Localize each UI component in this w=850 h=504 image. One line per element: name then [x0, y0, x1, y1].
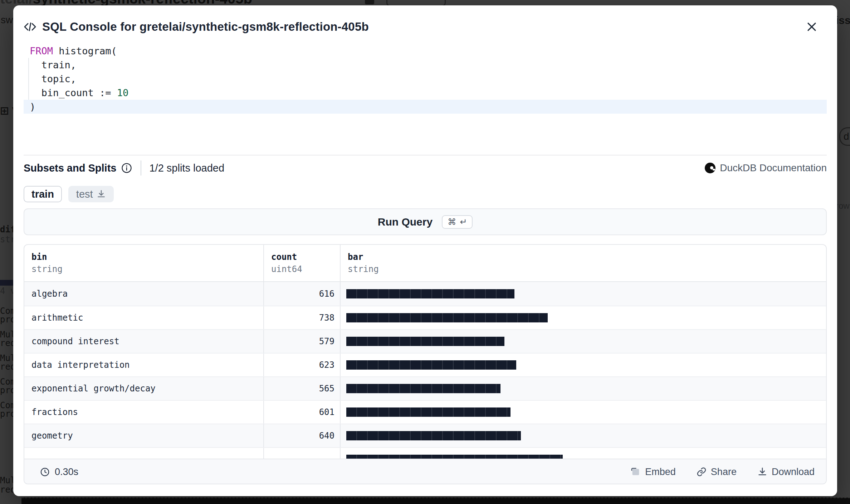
- modal-title: SQL Console for gretelai/synthetic-gsm8k…: [42, 20, 369, 34]
- keyboard-shortcut-badge: ⌘↵: [442, 215, 473, 229]
- vertical-separator: [141, 160, 141, 176]
- column-name: bin: [31, 252, 263, 262]
- share-button[interactable]: Share: [694, 466, 739, 478]
- bar-cell: [340, 424, 826, 447]
- count-cell: [263, 448, 340, 459]
- section-divider: [24, 155, 827, 155]
- splits-heading: Subsets and Splits: [24, 162, 116, 174]
- histogram-bar: [346, 337, 504, 346]
- histogram-bar: [346, 455, 563, 459]
- screen: gretelai/synthetic-gsm8k-reflection-405b…: [0, 0, 850, 504]
- table-row: geometry640: [24, 424, 826, 447]
- code-icon: [24, 21, 36, 32]
- table-row: algebra616: [24, 282, 826, 306]
- table-row: compound interest579: [24, 329, 826, 353]
- sql-console-modal: SQL Console for gretelai/synthetic-gsm8k…: [13, 5, 837, 496]
- download-icon: [97, 189, 106, 199]
- column-type: string: [348, 264, 826, 274]
- duckdb-doc-link[interactable]: DuckDB Documentation: [705, 162, 827, 174]
- bin-cell: [24, 448, 263, 459]
- embed-icon: [631, 467, 641, 477]
- code-line[interactable]: ): [24, 100, 827, 114]
- column-header-bin: binstring: [24, 245, 263, 281]
- histogram-bar: [346, 313, 548, 322]
- histogram-bar: [346, 384, 500, 393]
- bar-cell: [340, 282, 826, 306]
- table-header: binstringcountuint64barstring: [24, 245, 826, 282]
- code-line[interactable]: FROM histogram(: [24, 44, 827, 58]
- run-query-label: Run Query: [378, 216, 433, 228]
- bin-cell: compound interest: [24, 330, 263, 353]
- run-query-button[interactable]: Run Query ⌘↵: [24, 208, 827, 235]
- close-icon[interactable]: [803, 18, 820, 35]
- code-line[interactable]: topic,: [24, 72, 827, 86]
- bar-cell: [340, 306, 826, 329]
- duration-label: 0.30s: [55, 466, 78, 478]
- table-row-partial: [24, 447, 826, 459]
- count-cell: 579: [263, 330, 340, 353]
- histogram-bar: [346, 431, 521, 440]
- duckdb-logo-icon: [705, 163, 715, 173]
- bar-cell: [340, 401, 826, 424]
- bar-cell: [340, 330, 826, 353]
- code-line[interactable]: bin_count := 10: [24, 86, 827, 100]
- code-line[interactable]: train,: [24, 58, 827, 72]
- action-label: Embed: [645, 466, 676, 478]
- download-button[interactable]: Download: [755, 466, 817, 478]
- histogram-bar: [346, 360, 516, 370]
- table-row: fractions601: [24, 400, 826, 424]
- count-cell: 616: [263, 282, 340, 306]
- splits-section-header: Subsets and Splits 1/2 splits loaded Duc…: [24, 159, 827, 177]
- kbd-key: ⌘: [448, 217, 456, 227]
- split-button-train[interactable]: train: [24, 186, 62, 202]
- split-label: train: [31, 188, 54, 200]
- histogram-bar: [346, 407, 511, 417]
- modal-header: SQL Console for gretelai/synthetic-gsm8k…: [24, 19, 827, 35]
- count-cell: 565: [263, 377, 340, 400]
- bin-cell: algebra: [24, 282, 263, 306]
- action-label: Download: [772, 466, 815, 478]
- column-type: string: [31, 264, 263, 274]
- column-header-count: countuint64: [263, 245, 340, 281]
- histogram-bar: [346, 289, 514, 298]
- count-cell: 640: [263, 424, 340, 447]
- embed-button[interactable]: Embed: [629, 466, 678, 478]
- results-table: binstringcountuint64barstring algebra616…: [24, 244, 827, 484]
- bar-cell: [340, 448, 826, 459]
- action-label: Share: [711, 466, 737, 478]
- clock-icon: [40, 467, 50, 477]
- info-icon[interactable]: [121, 163, 132, 173]
- split-button-test[interactable]: test: [68, 186, 114, 202]
- split-label: test: [76, 188, 93, 200]
- count-cell: 738: [263, 306, 340, 329]
- kbd-key: ↵: [460, 217, 467, 227]
- count-cell: 623: [263, 354, 340, 376]
- column-name: bar: [348, 252, 826, 262]
- column-name: count: [271, 252, 340, 262]
- share-link-icon: [697, 467, 707, 477]
- download-icon: [757, 467, 767, 477]
- column-type: uint64: [271, 264, 340, 274]
- table-row: exponential growth/decay565: [24, 376, 826, 400]
- table-row: data interpretation623: [24, 353, 826, 376]
- bin-cell: exponential growth/decay: [24, 377, 263, 400]
- split-buttons: traintest: [24, 186, 114, 202]
- bin-cell: geometry: [24, 424, 263, 447]
- indent-guide: [28, 58, 29, 100]
- table-footer: 0.30s EmbedShareDownload: [24, 459, 826, 484]
- sql-editor[interactable]: FROM histogram( train, topic, bin_count …: [24, 44, 827, 114]
- bar-cell: [340, 377, 826, 400]
- column-header-bar: barstring: [340, 245, 826, 281]
- bin-cell: fractions: [24, 401, 263, 424]
- count-cell: 601: [263, 401, 340, 424]
- bar-cell: [340, 354, 826, 376]
- bin-cell: data interpretation: [24, 354, 263, 376]
- table-row: arithmetic738: [24, 306, 826, 329]
- query-duration: 0.30s: [40, 466, 78, 478]
- splits-status: 1/2 splits loaded: [149, 162, 224, 174]
- duckdb-doc-label: DuckDB Documentation: [720, 162, 827, 174]
- bin-cell: arithmetic: [24, 306, 263, 329]
- table-body[interactable]: algebra616arithmetic738compound interest…: [24, 282, 826, 459]
